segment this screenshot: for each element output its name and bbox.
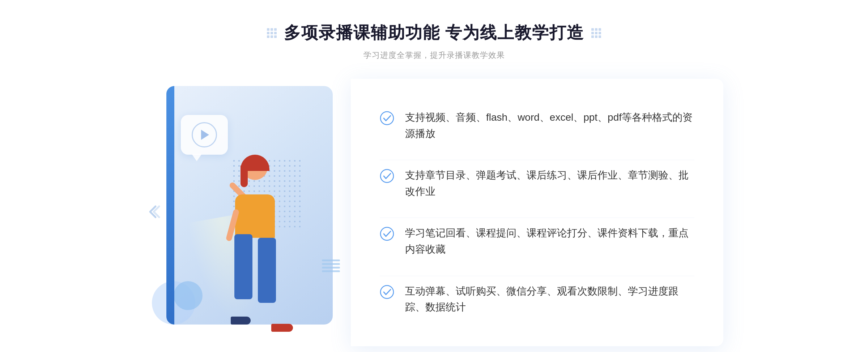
play-icon-circle [192, 122, 217, 147]
chevron-left-decoration [145, 203, 163, 222]
page-subtitle: 学习进度全掌握，提升录播课教学效果 [267, 50, 601, 61]
feature-item-2: 支持章节目录、弹题考试、课后练习、课后作业、章节测验、批改作业 [380, 160, 694, 207]
check-icon-4 [380, 285, 394, 299]
illustration-area [145, 79, 354, 346]
person-shoe-left [231, 317, 251, 325]
svg-point-2 [380, 227, 393, 240]
feature-text-3: 学习笔记回看、课程提问、课程评论打分、课件资料下载，重点内容收藏 [405, 225, 694, 258]
feature-text-1: 支持视频、音频、flash、word、excel、ppt、pdf等各种格式的资源… [405, 110, 694, 142]
content-area: 支持视频、音频、flash、word、excel、ppt、pdf等各种格式的资源… [145, 79, 723, 346]
feature-text-4: 互动弹幕、试听购买、微信分享、观看次数限制、学习进度跟踪、数据统计 [405, 283, 694, 316]
lines-decoration [322, 259, 340, 274]
check-icon-2 [380, 169, 394, 183]
feature-item-1: 支持视频、音频、flash、word、excel、ppt、pdf等各种格式的资源… [380, 102, 694, 149]
title-deco-right [591, 28, 601, 38]
person-shoe-right [271, 324, 293, 332]
svg-point-3 [380, 286, 393, 299]
feature-item-3: 学习笔记回看、课程提问、课程评论打分、课件资料下载，重点内容收藏 [380, 218, 694, 265]
svg-point-0 [380, 112, 393, 125]
blue-accent-bar [166, 86, 174, 325]
features-panel: 支持视频、音频、flash、word、excel、ppt、pdf等各种格式的资源… [351, 79, 723, 346]
title-deco-left [267, 28, 277, 38]
page-container: 多项录播课辅助功能 专为线上教学打造 学习进度全掌握，提升录播课教学效果 [0, 0, 868, 352]
feature-text-2: 支持章节目录、弹题考试、课后练习、课后作业、章节测验、批改作业 [405, 167, 694, 200]
person-leg-right [258, 238, 276, 303]
check-icon-1 [380, 111, 394, 125]
check-icon-3 [380, 227, 394, 241]
svg-point-1 [380, 169, 393, 183]
person-illustration [203, 155, 293, 335]
person-leg-left [234, 234, 252, 299]
person-legs [234, 234, 276, 299]
person-hair [241, 155, 269, 171]
person-body [235, 194, 275, 238]
header-section: 多项录播课辅助功能 专为线上教学打造 学习进度全掌握，提升录播课教学效果 [267, 22, 601, 61]
play-bubble [181, 115, 228, 155]
feature-item-4: 互动弹幕、试听购买、微信分享、观看次数限制、学习进度跟踪、数据统计 [380, 276, 694, 323]
circle-decoration-2 [174, 281, 203, 310]
page-title: 多项录播课辅助功能 专为线上教学打造 [267, 22, 601, 44]
play-triangle-icon [201, 130, 209, 140]
